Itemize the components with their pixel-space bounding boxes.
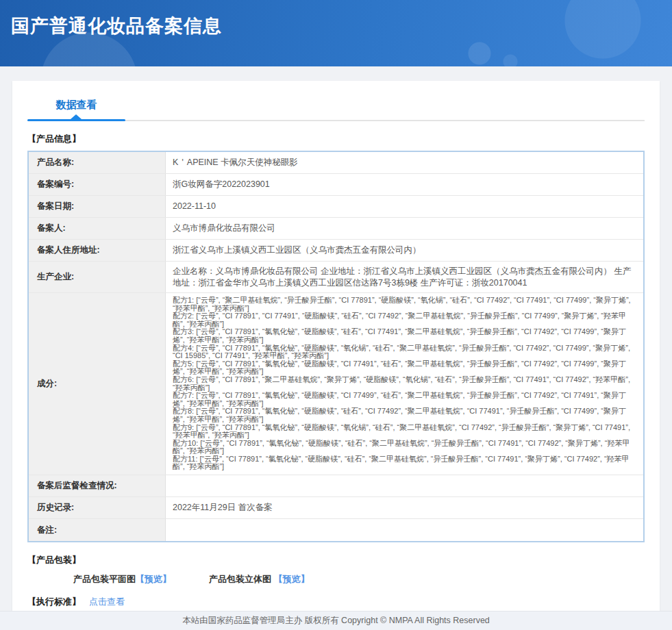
formula-line: 配方2: [“云母”, “CI 77891”, “CI 77491”, “硬脂酸… [173, 312, 636, 328]
page-header-banner: 国产普通化妆品备案信息 [0, 0, 672, 66]
standard-section: 【执行标准】点击查看 [27, 596, 645, 608]
tab-active-underline [27, 119, 125, 121]
table-row-ingredients: 成分: 配方1: [“云母”, “聚二甲基硅氧烷”, “异壬酸异壬酯”, “CI… [29, 293, 643, 475]
row-value: 企业名称：义乌市博鼎化妆品有限公司 企业地址：浙江省义乌市上溪镇义西工业园区（义… [166, 262, 643, 292]
packaging-plan-label: 产品包装平面图 [73, 574, 136, 584]
row-value: 浙G妆网备字2022023901 [166, 174, 643, 195]
section-title-standard: 【执行标准】 [27, 596, 81, 607]
formula-line: 配方9: [“云母”, “CI 77891”, “氯氧化铋”, “硬脂酸镁”, … [173, 424, 636, 440]
row-label: 备案人: [29, 218, 166, 239]
formula-line: 配方4: [“云母”, “CI 77891”, “氯氧化铋”, “硬脂酸镁”, … [173, 344, 636, 360]
formula-line: 配方3: [“云母”, “CI 77891”, “氯氧化铋”, “硬脂酸镁”, … [173, 328, 636, 344]
product-info-table: 产品名称: K＇APEINE 卡佩尔天使神秘眼影 备案编号: 浙G妆网备字202… [27, 151, 645, 542]
table-row-record-number: 备案编号: 浙G妆网备字2022023901 [29, 174, 643, 196]
packaging-stereo-label: 产品包装立体图 [209, 574, 271, 584]
row-label: 备案日期: [29, 196, 166, 217]
formula-line: 配方5: [“云母”, “CI 77891”, “氯氧化铋”, “硬脂酸镁”, … [173, 360, 636, 376]
standard-view-link[interactable]: 点击查看 [89, 596, 125, 607]
row-label: 成分: [29, 293, 166, 475]
page-footer: 本站由国家药品监督管理局主办 版权所有 Copyright © NMPA All… [0, 611, 672, 630]
page-title: 国产普通化妆品备案信息 [0, 0, 672, 38]
formula-line: 配方11: [“云母”, “CI 77891”, “氯氧化铋”, “硬脂酸镁”,… [173, 455, 636, 471]
formula-line: 配方10: [“云母”, “CI 77891”, “氯氧化铋”, “硬脂酸镁”,… [173, 440, 636, 455]
formula-line: 配方7: [“云母”, “CI 77891”, “氯氧化铋”, “硬脂酸镁”, … [173, 392, 636, 407]
table-row-supervision: 备案后监督检查情况: [29, 475, 643, 497]
row-value: 浙江省义乌市上溪镇义西工业园区（义乌市龚杰五金有限公司内） [166, 240, 643, 261]
section-title-product-info: 【产品信息】 [27, 133, 645, 145]
row-value [166, 519, 643, 541]
ingredients-list: 配方1: [“云母”, “聚二甲基硅氧烷”, “异壬酸异壬酯”, “CI 778… [166, 293, 643, 475]
tab-underline-track [27, 120, 645, 121]
row-label: 生产企业: [29, 262, 166, 292]
table-row-history: 历史记录: 2022年11月29日 首次备案 [29, 497, 643, 519]
packaging-row: 产品包装平面图【预览】产品包装立体图 【预览】 [73, 573, 645, 585]
table-row-record-date: 备案日期: 2022-11-10 [29, 196, 643, 218]
row-label: 备注: [29, 519, 166, 541]
row-label: 历史记录: [29, 497, 166, 518]
row-label: 产品名称: [29, 152, 166, 173]
table-row-product-name: 产品名称: K＇APEINE 卡佩尔天使神秘眼影 [29, 152, 643, 174]
tab-caret-icon [71, 114, 82, 119]
formula-line: 配方1: [“云母”, “聚二甲基硅氧烷”, “异壬酸异壬酯”, “CI 778… [173, 297, 636, 312]
table-row-remarks: 备注: [29, 519, 643, 541]
row-label: 备案编号: [29, 174, 166, 195]
tab-data-view[interactable]: 数据查看 [27, 99, 125, 112]
formula-line: 配方6: [“云母”, “CI 77891”, “聚二甲基硅氧烷”, “聚异丁烯… [173, 376, 636, 392]
row-value: 2022年11月29日 首次备案 [166, 497, 643, 518]
packaging-plan-preview-link[interactable]: 【预览】 [136, 574, 171, 584]
table-row-registrant: 备案人: 义乌市博鼎化妆品有限公司 [29, 218, 643, 240]
content-area: 数据查看 【产品信息】 产品名称: K＇APEINE 卡佩尔天使神秘眼影 备案编… [0, 66, 672, 611]
row-value: K＇APEINE 卡佩尔天使神秘眼影 [166, 152, 643, 173]
row-value: 义乌市博鼎化妆品有限公司 [166, 218, 643, 239]
table-row-manufacturer: 生产企业: 企业名称：义乌市博鼎化妆品有限公司 企业地址：浙江省义乌市上溪镇义西… [29, 262, 643, 293]
formula-line: 配方8: [“云母”, “CI 77891”, “氯氧化铋”, “硬脂酸镁”, … [173, 407, 636, 423]
row-value: 2022-11-10 [166, 196, 643, 217]
row-value [166, 475, 643, 496]
packaging-stereo-preview-link[interactable]: 【预览】 [274, 574, 310, 584]
footer-copyright-text: 本站由国家药品监督管理局主办 版权所有 Copyright © NMPA All… [182, 615, 490, 627]
section-title-packaging: 【产品包装】 [27, 554, 645, 566]
row-label: 备案人住所地址: [29, 240, 166, 261]
row-label: 备案后监督检查情况: [29, 475, 166, 496]
content-card: 数据查看 【产品信息】 产品名称: K＇APEINE 卡佩尔天使神秘眼影 备案编… [12, 81, 660, 611]
table-row-registrant-address: 备案人住所地址: 浙江省义乌市上溪镇义西工业园区（义乌市龚杰五金有限公司内） [29, 240, 643, 262]
